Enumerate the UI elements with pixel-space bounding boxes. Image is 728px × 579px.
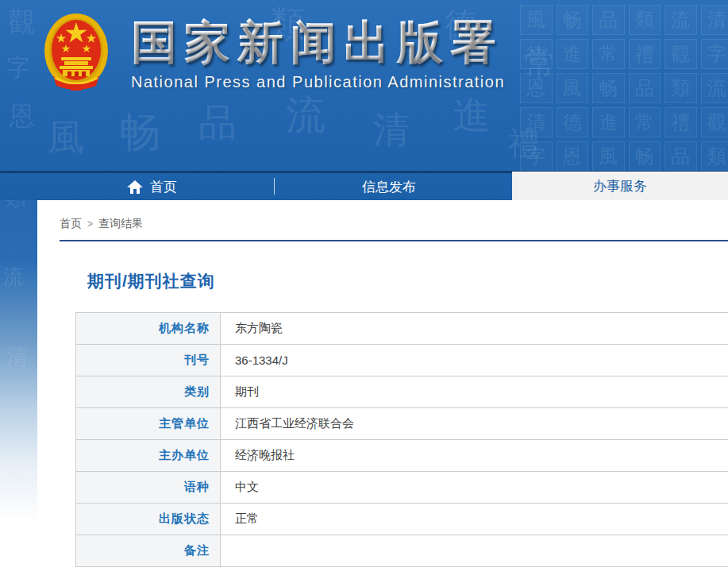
nav-item-services-active-tab[interactable]: 办事服务 <box>512 172 728 200</box>
seal-cell: 進 <box>557 39 589 69</box>
seal-cell: 品 <box>592 5 625 35</box>
row-value: 东方陶瓷 <box>221 313 728 344</box>
breadcrumb-home-link[interactable]: 首页 <box>60 217 82 231</box>
watermark-glyph: 進 <box>453 95 491 133</box>
row-label: 出版状态 <box>76 504 221 535</box>
seal-cell: 字 <box>520 141 553 171</box>
row-value: 江西省工业经济联合会 <box>221 408 728 439</box>
seal-cell: 風 <box>557 73 589 103</box>
seal-cell: 品 <box>664 141 697 171</box>
seal-cell: 禮 <box>629 39 661 69</box>
watermark-glyph: 品 <box>198 103 237 141</box>
seal-cell: 類 <box>664 73 697 103</box>
main-nav: 首页 信息发布 办事服务 <box>0 171 728 200</box>
side-gradient-strip: 類流清 <box>0 171 37 579</box>
watermark-glyph: 畅 <box>119 111 160 152</box>
watermark-glyph: 流 <box>286 95 325 135</box>
watermark-glyph: 恩 <box>10 103 35 129</box>
seal-cell: 禮 <box>664 107 697 137</box>
watermark-glyph: 常 <box>524 48 557 81</box>
watermark-glyph: 字 <box>6 56 30 79</box>
home-icon <box>127 180 143 194</box>
table-row: 语种中文 <box>76 472 728 504</box>
table-row: 类别期刊 <box>76 376 728 408</box>
seal-cell: 類 <box>629 5 661 35</box>
seal-watermark: 風畅品類流清德進常禮觀字恩風畅品類流清德進常禮觀字恩風畅品類 <box>520 5 728 171</box>
table-row: 主管单位江西省工业经济联合会 <box>76 408 728 440</box>
query-table: 机构名称东方陶瓷刊号36-1334/J类别期刊主管单位江西省工业经济联合会主办单… <box>75 312 728 567</box>
breadcrumb-rule <box>60 240 728 241</box>
nav-item-home[interactable]: 首页 <box>127 173 177 200</box>
seal-cell: 流 <box>664 5 697 35</box>
site-banner: 觀字恩風畅品類流清德進常禮 風畅品類流清德進常禮觀字恩風畅品類流清德進常禮觀字恩… <box>0 0 728 171</box>
site-subtitle: National Press and Publication Administr… <box>131 73 505 91</box>
row-value: 正常 <box>221 504 728 535</box>
breadcrumb-separator: > <box>87 218 93 230</box>
seal-cell: 德 <box>520 39 553 69</box>
nav-divider <box>274 178 275 195</box>
seal-cell: 清 <box>520 107 553 137</box>
table-row: 备注 <box>76 535 728 567</box>
row-value: 中文 <box>221 472 728 503</box>
seal-cell: 德 <box>557 107 589 137</box>
seal-cell: 恩 <box>557 141 589 171</box>
watermark-glyph: 清 <box>6 345 29 368</box>
seal-cell: 畅 <box>557 5 589 35</box>
row-value: 期刊 <box>221 376 728 407</box>
watermark-glyph: 流 <box>3 266 24 287</box>
seal-cell: 觀 <box>664 39 697 69</box>
seal-cell: 流 <box>701 73 728 103</box>
watermark-glyph: 禮 <box>508 127 540 159</box>
seal-cell: 類 <box>701 141 728 171</box>
row-label: 主管单位 <box>76 408 221 439</box>
breadcrumb: 首页 > 查询结果 <box>60 217 143 231</box>
nav-item-info-release[interactable]: 信息发布 <box>362 173 416 200</box>
seal-cell: 風 <box>520 5 553 35</box>
nav-item-label: 办事服务 <box>593 177 647 195</box>
row-label: 语种 <box>76 472 221 503</box>
seal-cell: 恩 <box>520 73 553 103</box>
row-label: 主办单位 <box>76 440 221 471</box>
watermark-glyph: 觀 <box>8 8 35 35</box>
table-row: 刊号36-1334/J <box>76 345 728 376</box>
breadcrumb-current: 查询结果 <box>98 217 143 231</box>
seal-cell: 字 <box>701 39 728 69</box>
row-label: 刊号 <box>76 345 221 376</box>
row-value <box>221 535 728 566</box>
nav-item-label: 信息发布 <box>362 178 416 196</box>
seal-cell: 畅 <box>629 141 661 171</box>
seal-cell: 觀 <box>701 107 728 137</box>
national-emblem-icon <box>44 13 109 94</box>
seal-cell: 進 <box>592 107 625 137</box>
row-label: 备注 <box>76 535 221 566</box>
page-title: 期刊/期刊社查询 <box>87 270 215 292</box>
table-row: 出版状态正常 <box>76 504 728 535</box>
seal-cell: 常 <box>629 107 661 137</box>
seal-cell: 風 <box>592 141 625 171</box>
seal-cell: 常 <box>592 39 625 69</box>
table-row: 机构名称东方陶瓷 <box>76 313 728 345</box>
row-label: 机构名称 <box>76 313 221 344</box>
row-value: 经济晚报社 <box>221 440 728 471</box>
row-label: 类别 <box>76 376 221 407</box>
seal-cell: 清 <box>701 5 728 35</box>
nav-item-label: 首页 <box>150 178 177 196</box>
watermark-glyph: 清 <box>373 111 410 148</box>
content-panel: 首页 > 查询结果 期刊/期刊社查询 机构名称东方陶瓷刊号36-1334/J类别… <box>37 200 728 579</box>
watermark-glyph: 風 <box>48 119 84 156</box>
seal-cell: 品 <box>629 73 661 103</box>
row-value: 36-1334/J <box>221 345 728 376</box>
seal-cell: 畅 <box>592 73 625 103</box>
table-row: 主办单位经济晚报社 <box>76 440 728 472</box>
site-title: 国家新闻出版署 <box>131 14 505 70</box>
